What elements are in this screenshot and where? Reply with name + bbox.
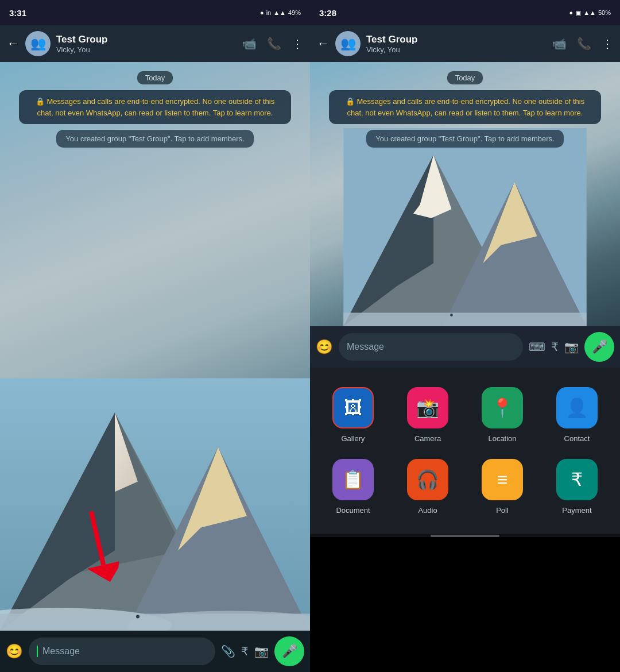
- contact-label: Contact: [564, 434, 590, 443]
- right-back-button[interactable]: ←: [317, 36, 330, 51]
- audio-icon-symbol: 🎧: [416, 469, 439, 491]
- camera-label: Camera: [414, 434, 441, 443]
- document-icon: 📋: [332, 459, 374, 500]
- left-group-created-notice[interactable]: You created group "Test Group". Tap to a…: [56, 130, 253, 148]
- svg-point-10: [136, 615, 140, 618]
- left-emoji-button[interactable]: 😊: [6, 643, 23, 659]
- left-date-badge: Today: [137, 71, 173, 84]
- svg-rect-19: [343, 312, 586, 326]
- left-camera-button[interactable]: 📷: [254, 644, 269, 658]
- left-messages-container: Today 🔒 Messages and calls are end-to-en…: [0, 62, 310, 157]
- left-group-name: Test Group: [56, 34, 237, 45]
- payment-label: Payment: [562, 506, 591, 515]
- right-chat-info: Test Group Vicky, You: [366, 34, 547, 54]
- left-time: 3:31: [9, 8, 26, 18]
- right-group-name: Test Group: [366, 34, 547, 45]
- contact-icon: 👤: [556, 387, 598, 428]
- attach-item-contact[interactable]: 👤Contact: [540, 379, 614, 451]
- right-header-icons: 📹 📞 ⋮: [552, 37, 613, 51]
- whatsapp-icon: ●: [260, 9, 264, 16]
- poll-label: Poll: [496, 506, 509, 515]
- camera-icon: 📸: [407, 387, 448, 428]
- attach-item-document[interactable]: 📋Document: [316, 451, 390, 523]
- svg-rect-9: [0, 613, 310, 631]
- right-messages-container: Today 🔒 Messages and calls are end-to-en…: [310, 62, 620, 157]
- left-avatar: 👥: [25, 31, 51, 56]
- right-video-call-icon[interactable]: 📹: [552, 37, 567, 51]
- right-date-badge: Today: [447, 71, 483, 84]
- left-payment-button[interactable]: ₹: [241, 644, 249, 658]
- audio-icon: 🎧: [407, 459, 448, 500]
- poll-icon-symbol: ≡: [497, 469, 508, 491]
- right-screen-icon: ▣: [575, 9, 581, 17]
- right-keyboard-icon[interactable]: ⌨: [529, 340, 545, 354]
- document-label: Document: [336, 506, 370, 515]
- attachment-grid: 🖼Gallery📸Camera📍Location👤Contact📋Documen…: [310, 368, 620, 534]
- left-header-icons: 📹 📞 ⋮: [242, 37, 303, 51]
- right-avatar: 👥: [335, 31, 361, 56]
- right-payment-button[interactable]: ₹: [551, 340, 559, 354]
- gallery-label: Gallery: [341, 434, 365, 443]
- right-voice-call-icon[interactable]: 📞: [577, 37, 591, 51]
- attach-item-poll[interactable]: ≡Poll: [465, 451, 540, 523]
- camera-icon-symbol: 📸: [416, 397, 439, 419]
- contact-icon-symbol: 👤: [565, 397, 588, 419]
- payment-icon-symbol: ₹: [571, 469, 583, 491]
- gallery-icon: 🖼: [332, 387, 374, 428]
- right-input-placeholder: Message: [347, 342, 515, 352]
- audio-label: Audio: [418, 506, 437, 515]
- right-mic-button[interactable]: 🎤: [584, 332, 614, 362]
- right-more-options-icon[interactable]: ⋮: [602, 37, 613, 51]
- right-group-created-notice[interactable]: You created group "Test Group". Tap to a…: [366, 130, 563, 148]
- right-status-bar: 3:28 ● ▣ ▲▲ 50%: [310, 0, 620, 25]
- document-icon-symbol: 📋: [342, 469, 365, 491]
- left-back-button[interactable]: ←: [7, 36, 20, 51]
- signal-icon: ▲▲: [273, 9, 286, 16]
- left-video-call-icon[interactable]: 📹: [242, 37, 257, 51]
- left-chat-info: Test Group Vicky, You: [56, 34, 237, 54]
- left-message-input[interactable]: Message: [29, 638, 215, 665]
- right-chat-subtitle: Vicky, You: [366, 45, 547, 54]
- right-status-icons: ● ▣ ▲▲ 50%: [569, 9, 611, 17]
- attach-item-gallery[interactable]: 🖼Gallery: [316, 379, 390, 451]
- right-panel: 3:28 ● ▣ ▲▲ 50% ← 👥 Test Group Vicky, Yo…: [310, 0, 620, 672]
- poll-icon: ≡: [482, 459, 523, 500]
- right-message-input[interactable]: Message: [339, 333, 523, 361]
- left-text-cursor: [37, 646, 38, 657]
- nav-indicator: [431, 535, 499, 537]
- payment-icon: ₹: [556, 459, 598, 500]
- right-emoji-button[interactable]: 😊: [316, 339, 333, 355]
- left-voice-call-icon[interactable]: 📞: [267, 37, 281, 51]
- gallery-icon-symbol: 🖼: [344, 397, 362, 419]
- right-whatsapp-icon: ●: [569, 9, 574, 16]
- location-icon: 📍: [482, 387, 523, 428]
- attachment-menu: 🖼Gallery📸Camera📍Location👤Contact📋Documen…: [310, 368, 620, 534]
- right-battery-icon: 50%: [598, 9, 611, 16]
- linkedin-icon: in: [266, 9, 272, 16]
- right-chat-background: Today 🔒 Messages and calls are end-to-en…: [310, 62, 620, 326]
- attach-item-payment[interactable]: ₹Payment: [540, 451, 614, 523]
- right-signal-icon: ▲▲: [583, 9, 596, 16]
- left-encryption-notice[interactable]: 🔒 Messages and calls are end-to-end encr…: [19, 90, 292, 124]
- left-chat-subtitle: Vicky, You: [56, 45, 237, 54]
- svg-point-20: [450, 314, 453, 316]
- left-bottom-bar: 😊 Message 📎 ₹ 📷 🎤: [0, 631, 310, 672]
- attach-item-camera[interactable]: 📸Camera: [390, 379, 465, 451]
- right-time: 3:28: [319, 8, 336, 18]
- location-label: Location: [488, 434, 516, 443]
- left-chat-background: Today 🔒 Messages and calls are end-to-en…: [0, 62, 310, 631]
- left-status-bar: 3:31 ● in ▲▲ 49%: [0, 0, 310, 25]
- location-icon-symbol: 📍: [491, 397, 514, 419]
- nav-bar: [310, 534, 620, 537]
- attach-item-audio[interactable]: 🎧Audio: [390, 451, 465, 523]
- left-chat-header: ← 👥 Test Group Vicky, You 📹 📞 ⋮: [0, 25, 310, 62]
- right-encryption-notice[interactable]: 🔒 Messages and calls are end-to-end encr…: [329, 90, 602, 124]
- right-camera-button[interactable]: 📷: [564, 340, 579, 354]
- left-more-options-icon[interactable]: ⋮: [292, 37, 303, 51]
- left-mic-button[interactable]: 🎤: [274, 636, 304, 666]
- left-attach-button[interactable]: 📎: [221, 644, 235, 658]
- battery-icon: 49%: [288, 9, 301, 16]
- left-input-placeholder: Message: [42, 646, 207, 656]
- attach-item-location[interactable]: 📍Location: [465, 379, 540, 451]
- right-chat-header: ← 👥 Test Group Vicky, You 📹 📞 ⋮: [310, 25, 620, 62]
